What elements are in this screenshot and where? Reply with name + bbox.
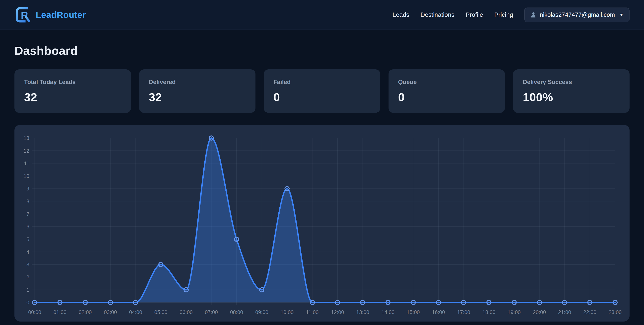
stat-card-total-today-leads: Total Today Leads 32 (14, 70, 131, 113)
svg-text:2: 2 (26, 274, 29, 280)
svg-text:7: 7 (26, 211, 29, 217)
svg-text:21:00: 21:00 (558, 310, 571, 315)
svg-text:9: 9 (26, 186, 29, 192)
svg-text:01:00: 01:00 (54, 310, 66, 315)
leads-per-hour-chart: 01234567891011121300:0001:0002:0003:0004… (14, 125, 630, 322)
page-title: Dashboard (14, 44, 630, 58)
svg-text:4: 4 (26, 249, 29, 255)
svg-text:00:00: 00:00 (28, 310, 41, 315)
stat-label: Delivery Success (523, 79, 620, 86)
svg-text:08:00: 08:00 (230, 310, 243, 315)
svg-text:05:00: 05:00 (154, 310, 168, 315)
svg-text:12:00: 12:00 (331, 310, 344, 315)
stats-row: Total Today Leads 32 Delivered 32 Failed… (14, 70, 630, 113)
svg-text:02:00: 02:00 (79, 310, 92, 315)
stat-card-queue: Queue 0 (388, 70, 505, 113)
svg-text:1: 1 (26, 287, 29, 293)
stat-label: Total Today Leads (24, 79, 121, 86)
svg-text:10: 10 (24, 173, 29, 179)
svg-text:12: 12 (24, 148, 29, 154)
svg-text:22:00: 22:00 (583, 310, 596, 315)
nav-item-leads[interactable]: Leads (392, 11, 409, 18)
brand-name: LeadRouter (36, 10, 86, 20)
stat-card-failed: Failed 0 (264, 70, 380, 113)
svg-text:5: 5 (26, 236, 29, 242)
nav-item-profile[interactable]: Profile (466, 11, 483, 18)
chevron-down-icon: ▼ (619, 12, 624, 18)
stat-value: 100% (523, 90, 620, 104)
user-email: nikolas2747477@gmail.com (540, 11, 615, 18)
top-nav: R LeadRouter Leads Destinations Profile … (0, 0, 644, 30)
svg-text:19:00: 19:00 (508, 310, 521, 315)
svg-text:18:00: 18:00 (482, 310, 496, 315)
user-menu-button[interactable]: nikolas2747477@gmail.com ▼ (524, 8, 630, 22)
svg-text:10:00: 10:00 (280, 310, 294, 315)
svg-text:8: 8 (26, 198, 29, 204)
svg-text:04:00: 04:00 (129, 310, 142, 315)
user-icon (530, 12, 536, 18)
dashboard-main: Dashboard Total Today Leads 32 Delivered… (0, 44, 644, 322)
svg-text:11:00: 11:00 (306, 310, 319, 315)
stat-value: 32 (149, 90, 246, 104)
svg-text:03:00: 03:00 (104, 310, 117, 315)
svg-text:16:00: 16:00 (432, 310, 445, 315)
stat-value: 0 (274, 90, 370, 104)
svg-text:13: 13 (24, 135, 29, 141)
primary-nav: Leads Destinations Profile Pricing nikol… (392, 8, 630, 22)
svg-text:6: 6 (26, 224, 29, 230)
svg-text:06:00: 06:00 (180, 310, 192, 315)
svg-text:07:00: 07:00 (205, 310, 218, 315)
svg-text:20:00: 20:00 (533, 310, 546, 315)
nav-item-pricing[interactable]: Pricing (494, 11, 513, 18)
svg-text:23:00: 23:00 (608, 310, 622, 315)
stat-value: 32 (24, 90, 121, 104)
stat-label: Delivered (149, 79, 246, 86)
svg-text:0: 0 (26, 300, 29, 306)
stat-label: Queue (398, 79, 495, 86)
svg-text:14:00: 14:00 (382, 310, 394, 315)
nav-item-destinations[interactable]: Destinations (420, 11, 454, 18)
svg-text:11: 11 (24, 160, 29, 166)
svg-text:17:00: 17:00 (457, 310, 470, 315)
brand[interactable]: R LeadRouter (14, 6, 86, 24)
leads-per-hour-chart-card: 01234567891011121300:0001:0002:0003:0004… (14, 125, 630, 322)
leadrouter-logo-icon: R (14, 6, 32, 24)
stat-value: 0 (398, 90, 495, 104)
stat-label: Failed (274, 79, 370, 86)
svg-text:15:00: 15:00 (407, 310, 420, 315)
svg-text:09:00: 09:00 (255, 310, 268, 315)
svg-text:3: 3 (26, 262, 29, 268)
svg-text:13:00: 13:00 (356, 310, 370, 315)
stat-card-delivery-success: Delivery Success 100% (513, 70, 630, 113)
stat-card-delivered: Delivered 32 (139, 70, 256, 113)
